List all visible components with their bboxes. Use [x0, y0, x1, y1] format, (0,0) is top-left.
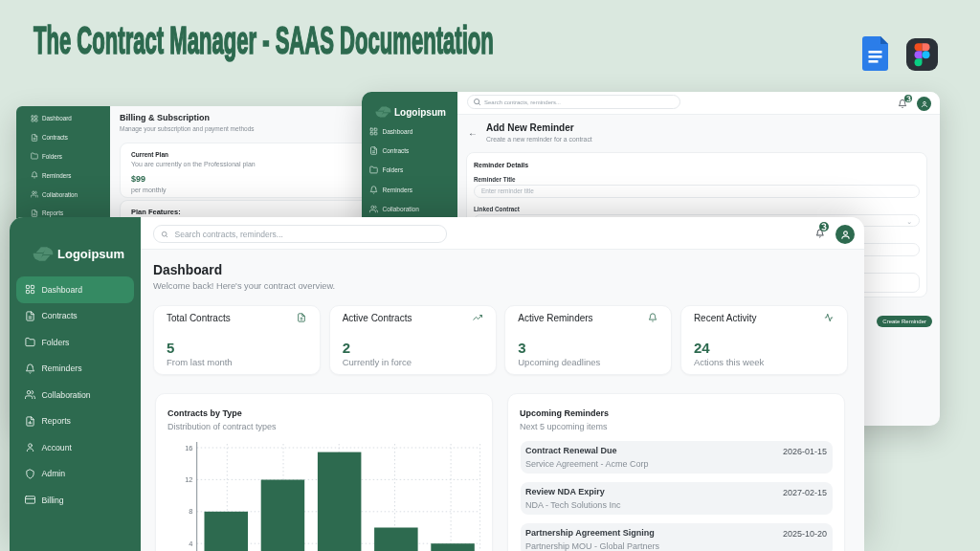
- svg-text:12: 12: [185, 475, 192, 484]
- svg-text:4: 4: [189, 540, 192, 548]
- svg-text:16: 16: [185, 444, 192, 452]
- svg-text:8: 8: [189, 507, 192, 516]
